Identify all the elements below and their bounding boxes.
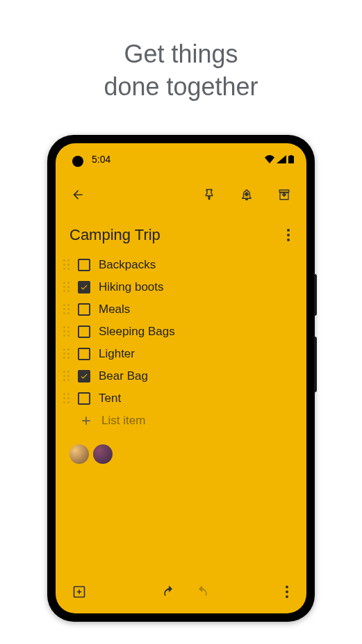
drag-handle-icon[interactable]: [63, 326, 69, 337]
checkbox[interactable]: [78, 303, 90, 316]
signal-icon: [277, 155, 286, 163]
avatar[interactable]: [93, 444, 113, 464]
note-header: Camping Trip: [56, 207, 306, 250]
checklist: BackpacksHiking bootsMealsSleeping BagsL…: [56, 250, 306, 432]
add-item-label: List item: [101, 414, 145, 428]
check-icon: [80, 372, 88, 380]
drag-handle-icon[interactable]: [63, 371, 69, 381]
pin-icon: [203, 188, 215, 202]
note-more-button[interactable]: [284, 226, 293, 244]
svg-rect-0: [288, 156, 294, 163]
add-item-button[interactable]: List item: [63, 410, 293, 432]
wifi-icon: [265, 155, 274, 163]
item-label[interactable]: Hiking boots: [99, 280, 164, 294]
clock-time: 5:04: [92, 154, 110, 165]
item-label[interactable]: Tent: [99, 392, 121, 405]
redo-icon: [195, 585, 209, 599]
checkbox[interactable]: [78, 348, 90, 360]
item-label[interactable]: Meals: [99, 303, 130, 316]
item-label[interactable]: Lighter: [99, 347, 135, 361]
front-camera: [72, 156, 83, 167]
collaborators: [56, 432, 306, 476]
new-button[interactable]: [71, 583, 88, 600]
list-item: Lighter: [63, 343, 293, 365]
phone-frame: 5:04: [47, 135, 315, 622]
undo-button[interactable]: [161, 583, 177, 600]
more-icon: [287, 229, 290, 232]
list-item: Tent: [63, 387, 293, 410]
drag-handle-icon[interactable]: [63, 282, 69, 292]
bottom-more-button[interactable]: [283, 583, 291, 601]
plus-box-icon: [72, 585, 86, 599]
avatar[interactable]: [69, 444, 89, 464]
drag-handle-icon[interactable]: [63, 393, 69, 403]
status-icons: [265, 155, 294, 163]
back-button[interactable]: [69, 186, 86, 203]
archive-icon: [278, 188, 290, 201]
item-label[interactable]: Bear Bag: [99, 369, 148, 383]
checkbox[interactable]: [78, 370, 90, 383]
reminder-button[interactable]: [238, 186, 255, 203]
archive-button[interactable]: [276, 186, 293, 203]
checkbox[interactable]: [78, 392, 90, 405]
list-item: Bear Bag: [63, 365, 293, 387]
status-bar: 5:04: [56, 143, 306, 167]
toolbar: [56, 167, 306, 207]
undo-icon: [162, 585, 176, 599]
redo-button[interactable]: [194, 583, 211, 600]
pin-button[interactable]: [201, 186, 217, 203]
drag-handle-icon[interactable]: [63, 304, 69, 314]
checkbox[interactable]: [78, 325, 90, 338]
item-label[interactable]: Sleeping Bags: [99, 325, 175, 339]
bell-plus-icon: [240, 188, 253, 202]
item-label[interactable]: Backpacks: [99, 258, 156, 272]
phone-screen: 5:04: [56, 143, 306, 613]
list-item: Hiking boots: [63, 276, 293, 298]
list-item: Sleeping Bags: [63, 321, 293, 343]
note-title[interactable]: Camping Trip: [69, 226, 161, 244]
battery-icon: [288, 155, 294, 163]
checkbox[interactable]: [78, 259, 90, 271]
arrow-back-icon: [71, 188, 85, 202]
drag-handle-icon[interactable]: [63, 348, 69, 359]
bottom-toolbar: [56, 573, 306, 613]
more-icon: [286, 586, 288, 588]
promo-heading: Get things done together: [104, 38, 258, 104]
checkbox[interactable]: [78, 281, 90, 293]
svg-rect-1: [290, 155, 293, 156]
list-item: Backpacks: [63, 254, 293, 276]
plus-icon: [79, 414, 93, 428]
list-item: Meals: [63, 298, 293, 321]
check-icon: [80, 283, 88, 291]
drag-handle-icon[interactable]: [63, 259, 69, 270]
